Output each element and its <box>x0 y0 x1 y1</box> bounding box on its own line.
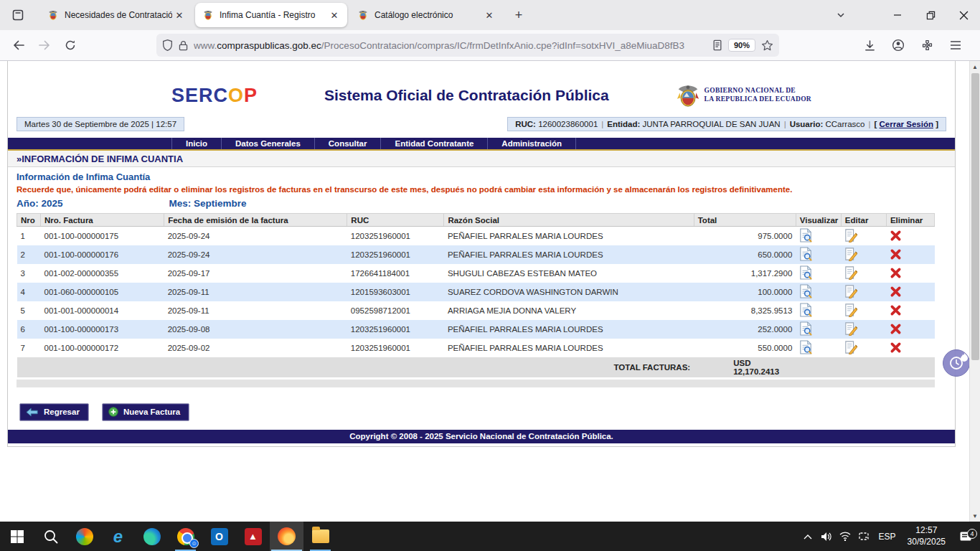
warning-text: Recuerde que, únicamente podrá editar o … <box>8 183 955 195</box>
info-bar: Martes 30 de Septiembre de 2025 | 12:57 … <box>8 117 955 131</box>
visualizar-icon[interactable] <box>799 340 812 354</box>
year-label: Año: 2025 <box>17 198 63 209</box>
tracking-shield-icon[interactable] <box>162 39 173 51</box>
windows-taskbar: e ☺ O ▲ ESP 12:57 30/9/2025 4 <box>0 522 980 551</box>
editar-icon[interactable] <box>844 265 857 280</box>
sercop-logo: SERCOP <box>171 85 258 107</box>
editar-icon[interactable] <box>844 340 857 354</box>
eliminar-icon[interactable] <box>890 304 902 316</box>
col-editar: Editar <box>841 214 886 227</box>
taskbar-search-icon[interactable] <box>34 522 67 551</box>
url-bar[interactable]: www.compraspublicas.gob.ec/ProcesoContra… <box>156 34 779 57</box>
editar-icon[interactable] <box>844 303 857 317</box>
action-buttons: Regresar Nueva Factura <box>19 403 955 421</box>
editar-icon[interactable] <box>844 284 857 298</box>
cell-razon: PEÑAFIEL PARRALES MARIA LOURDES <box>444 227 694 246</box>
tab-close-icon[interactable]: ✕ <box>172 8 187 22</box>
scrollbar-thumb[interactable] <box>971 73 979 360</box>
eliminar-icon[interactable] <box>890 230 902 242</box>
cell-total: 650.0000 <box>694 245 796 264</box>
volume-icon[interactable] <box>817 532 836 542</box>
visualizar-icon[interactable] <box>799 228 812 242</box>
cell-nro: 2 <box>17 245 41 264</box>
url-www: www. <box>194 40 217 51</box>
col-total: Total <box>694 214 796 227</box>
scroll-down-arrow[interactable]: ▼ <box>970 510 980 522</box>
cell-nro: 5 <box>17 301 41 320</box>
tab-close-icon[interactable]: ✕ <box>327 8 341 22</box>
extensions-puzzle-icon[interactable] <box>915 34 938 57</box>
editar-icon[interactable] <box>844 247 857 261</box>
notifications-icon[interactable]: 4 <box>951 531 980 542</box>
tab-infima-cuantia-active[interactable]: Infima Cuantía - Registro ✕ <box>195 3 347 27</box>
nav-administracion[interactable]: Administración <box>488 138 576 149</box>
cell-fecha: 2025-09-11 <box>164 301 347 320</box>
nav-inicio[interactable]: Inicio <box>171 138 222 149</box>
tab-necesidades[interactable]: Necesidades de Contratación y ✕ <box>40 3 192 27</box>
internet-explorer-icon[interactable]: e <box>101 522 135 551</box>
acrobat-icon[interactable]: ▲ <box>236 522 270 551</box>
page-header: SERCOP Sistema Oficial de Contratación P… <box>8 61 955 117</box>
cast-screen-icon[interactable] <box>854 532 873 541</box>
page-title: Sistema Oficial de Contratación Pública <box>258 87 675 104</box>
scroll-up-arrow[interactable]: ▲ <box>970 61 980 72</box>
nav-consultar[interactable]: Consultar <box>315 138 382 149</box>
visualizar-icon[interactable] <box>799 265 812 280</box>
eliminar-icon[interactable] <box>890 323 902 335</box>
language-indicator[interactable]: ESP <box>873 532 902 542</box>
eliminar-icon[interactable] <box>890 248 902 260</box>
menu-hamburger-icon[interactable] <box>944 34 967 57</box>
downloads-icon[interactable] <box>858 34 881 57</box>
tab-list-icon[interactable] <box>6 3 30 27</box>
copilot-icon[interactable] <box>67 522 101 551</box>
firefox-icon[interactable] <box>270 522 303 551</box>
tab-title: Infima Cuantía - Registro <box>220 10 327 20</box>
logout-link[interactable]: Cerrar Sesión <box>880 120 933 128</box>
visualizar-icon[interactable] <box>799 321 812 336</box>
edge-icon[interactable] <box>135 522 169 551</box>
floating-timer-widget[interactable] <box>943 349 970 377</box>
start-button[interactable] <box>0 522 34 551</box>
eliminar-icon[interactable] <box>890 342 902 354</box>
visualizar-icon[interactable] <box>799 247 812 261</box>
window-close-button[interactable] <box>947 0 980 30</box>
editar-icon[interactable] <box>844 321 857 336</box>
clock[interactable]: 12:57 30/9/2025 <box>902 525 951 547</box>
editar-icon[interactable] <box>844 228 857 242</box>
wifi-icon[interactable] <box>836 532 854 541</box>
tab-close-icon[interactable]: ✕ <box>482 8 496 22</box>
nueva-factura-button[interactable]: Nueva Factura <box>102 403 189 421</box>
tab-overflow-chevron-icon[interactable] <box>826 0 855 30</box>
tab-catalogo[interactable]: Catálogo electrónico ✕ <box>350 3 502 27</box>
table-row: 2 001-100-000000176 2025-09-24 120325196… <box>17 245 935 264</box>
tab-title: Necesidades de Contratación y <box>65 10 172 20</box>
bookmark-star-icon[interactable] <box>761 39 773 52</box>
nav-datos-generales[interactable]: Datos Generales <box>222 138 315 149</box>
window-minimize-button[interactable] <box>881 0 914 30</box>
file-explorer-icon[interactable] <box>303 522 337 551</box>
account-icon[interactable] <box>887 34 910 57</box>
cell-fecha: 2025-09-24 <box>164 245 347 264</box>
url-text[interactable]: www.compraspublicas.gob.ec/ProcesoContra… <box>194 40 712 51</box>
eliminar-icon[interactable] <box>890 267 902 279</box>
window-restore-button[interactable] <box>914 0 947 30</box>
col-factura: Nro. Factura <box>41 214 164 227</box>
cell-ruc: 1203251960001 <box>347 227 444 246</box>
back-button[interactable] <box>7 34 30 57</box>
reader-mode-icon[interactable] <box>712 39 722 51</box>
regresar-button[interactable]: Regresar <box>19 403 89 421</box>
nav-entidad-contratante[interactable]: Entidad Contratante <box>381 138 488 149</box>
cell-ruc: 1203251960001 <box>347 245 444 264</box>
forward-button[interactable] <box>33 34 56 57</box>
visualizar-icon[interactable] <box>799 303 812 317</box>
reload-button[interactable] <box>59 34 82 57</box>
tray-chevron-up-icon[interactable] <box>798 534 817 540</box>
zoom-level-chip[interactable]: 90% <box>728 39 755 52</box>
chrome-icon[interactable]: ☺ <box>169 522 202 551</box>
outlook-icon[interactable]: O <box>202 522 236 551</box>
lock-icon[interactable] <box>179 40 188 51</box>
new-tab-button[interactable]: + <box>508 4 529 26</box>
vertical-scrollbar[interactable]: ▲ ▼ <box>969 61 980 522</box>
visualizar-icon[interactable] <box>799 284 812 298</box>
eliminar-icon[interactable] <box>890 286 902 298</box>
